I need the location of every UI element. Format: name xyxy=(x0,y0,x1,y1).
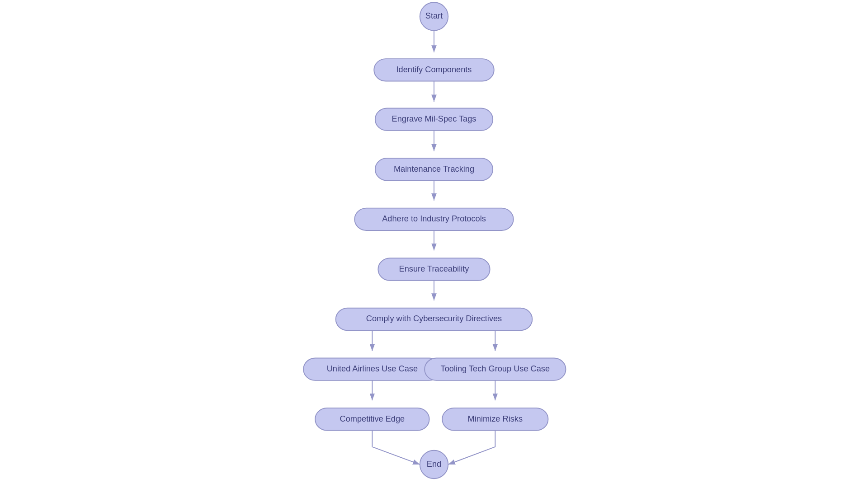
end-label: End xyxy=(427,460,441,469)
identify-label: Identify Components xyxy=(396,65,472,74)
maintenance-label: Maintenance Tracking xyxy=(394,164,474,174)
tooling-label: Tooling Tech Group Use Case xyxy=(441,364,550,373)
competitive-label: Competitive Edge xyxy=(340,414,405,423)
adhere-label: Adhere to Industry Protocols xyxy=(382,214,486,223)
united-label: United Airlines Use Case xyxy=(327,364,418,373)
arrow-comply-tooling xyxy=(459,330,495,351)
arrow-comply-united xyxy=(372,330,409,351)
comply-label: Comply with Cybersecurity Directives xyxy=(366,314,502,323)
ensure-label: Ensure Traceability xyxy=(399,264,470,273)
engrave-label: Engrave Mil-Spec Tags xyxy=(392,114,476,123)
minimize-label: Minimize Risks xyxy=(468,414,523,423)
start-label: Start xyxy=(425,11,443,20)
arrow-competitive-end xyxy=(372,430,420,465)
flowchart-container: Start Identify Components Engrave Mil-Sp… xyxy=(0,0,868,488)
arrow-minimize-end xyxy=(448,430,495,465)
